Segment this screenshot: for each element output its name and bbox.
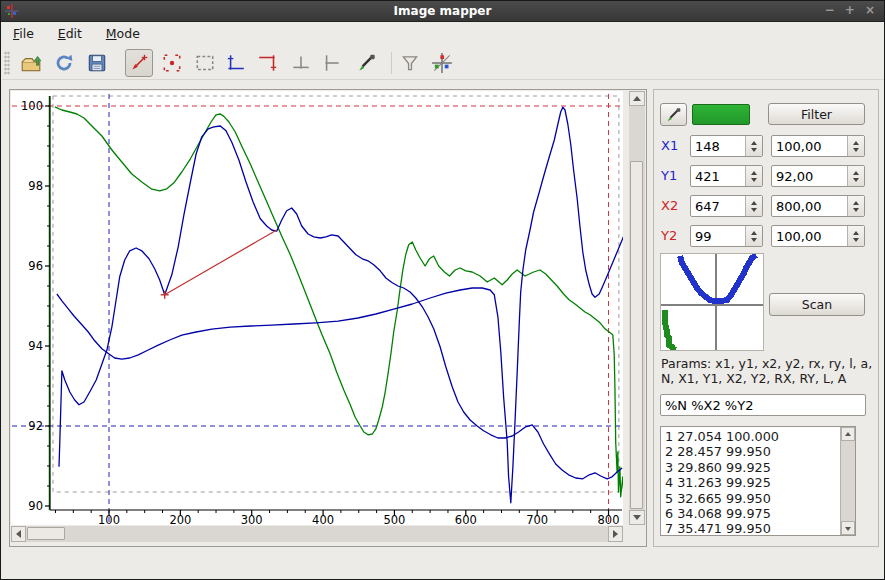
color-picker-icon	[356, 52, 378, 74]
y2-label: Y2	[661, 228, 685, 243]
x1-pixel-spinbox[interactable]	[690, 135, 763, 157]
list-item[interactable]: 5 32.665 99.950	[665, 491, 838, 506]
close-button[interactable]: ×	[862, 3, 878, 17]
y1-pixel-spin-arrows[interactable]	[745, 166, 762, 186]
x1-pixel-spin-arrows[interactable]	[745, 136, 762, 156]
axes-gray-bottom-button[interactable]	[287, 49, 315, 77]
svg-text:100: 100	[98, 513, 120, 525]
x1-label: X1	[661, 138, 685, 153]
control-panel: Filter X1 Y1 X2 Y2	[653, 89, 879, 547]
y2-value-input[interactable]	[776, 227, 844, 245]
maximize-button[interactable]: +	[842, 3, 858, 17]
list-item[interactable]: 4 31.263 99.925	[665, 475, 838, 490]
list-item[interactable]: 2 28.457 99.950	[665, 444, 838, 459]
save-button[interactable]	[83, 49, 111, 77]
x1-value-spin-arrows[interactable]	[847, 136, 864, 156]
vertical-scroll-thumb[interactable]	[630, 161, 643, 509]
pick-color-button[interactable]	[660, 103, 687, 126]
axes-blue-button[interactable]	[221, 49, 249, 77]
x2-label: X2	[661, 198, 685, 213]
x2-value-input[interactable]	[776, 197, 844, 215]
eyedropper-icon	[665, 106, 683, 124]
title-bar: Image mapper − + ×	[1, 1, 884, 22]
plot-horizontal-scrollbar[interactable]	[11, 526, 623, 542]
scroll-up-button[interactable]	[629, 91, 645, 106]
svg-text:600: 600	[455, 513, 477, 525]
preview-blue-curve	[680, 255, 756, 301]
horizontal-scroll-thumb[interactable]	[27, 527, 65, 540]
filter-funnel-button[interactable]	[396, 49, 424, 77]
menu-file[interactable]: File	[4, 23, 43, 44]
params-line2: N, X1, Y1, X2, Y2, RX, RY, L, A	[661, 371, 846, 386]
toolbar-drag-handle[interactable]	[4, 51, 10, 75]
axes-red-icon	[257, 52, 279, 74]
pointer-tool-icon	[128, 52, 150, 74]
red-measure-line	[165, 230, 277, 295]
y1-pixel-spinbox[interactable]	[690, 165, 763, 187]
x2-pixel-input[interactable]	[695, 197, 742, 215]
x2-pixel-spin-arrows[interactable]	[745, 196, 762, 216]
toolbar	[2, 45, 884, 80]
x2-value-spin-arrows[interactable]	[847, 196, 864, 216]
refresh-icon	[53, 52, 75, 74]
list-item[interactable]: 6 34.068 99.975	[665, 506, 838, 521]
scanned-points-list[interactable]: 1 27.054 100.0002 28.457 99.9503 29.860 …	[660, 426, 856, 536]
axes-gray-left-button[interactable]	[317, 49, 345, 77]
target-capture-button[interactable]	[158, 49, 186, 77]
svg-text:94: 94	[28, 339, 43, 353]
scroll-down-button[interactable]	[629, 510, 645, 525]
y2-value-spinbox[interactable]	[771, 225, 865, 247]
svg-text:98: 98	[28, 179, 43, 193]
pointer-tool-button[interactable]	[125, 49, 153, 77]
list-scrollbar[interactable]	[840, 427, 855, 535]
preview-green-curve	[665, 310, 676, 350]
x1-value-spinbox[interactable]	[771, 135, 865, 157]
svg-text:92: 92	[28, 419, 43, 433]
x2-pixel-spinbox[interactable]	[690, 195, 763, 217]
plot-vertical-scrollbar[interactable]	[629, 91, 645, 525]
list-scroll-up-button[interactable]	[841, 427, 855, 441]
selection-rect-button[interactable]	[191, 49, 219, 77]
y2-pixel-spinbox[interactable]	[690, 225, 763, 247]
menu-bar: File Edit Mode	[2, 23, 884, 45]
axes-red-button[interactable]	[254, 49, 282, 77]
current-color-swatch[interactable]	[692, 104, 750, 125]
svg-text:500: 500	[383, 513, 405, 525]
svg-text:100: 100	[21, 99, 43, 113]
y1-value-input[interactable]	[776, 167, 844, 185]
auto-points-button[interactable]	[428, 49, 456, 77]
menu-edit[interactable]: Edit	[49, 23, 91, 44]
scroll-left-button[interactable]	[11, 526, 26, 542]
magnifier-preview	[660, 253, 764, 351]
menu-mode[interactable]: Mode	[97, 23, 149, 44]
y2-value-spin-arrows[interactable]	[847, 226, 864, 246]
list-item[interactable]: 7 35.471 99.950	[665, 521, 838, 536]
x1-value-input[interactable]	[776, 137, 844, 155]
svg-text:200: 200	[169, 513, 191, 525]
list-item[interactable]: 3 29.860 99.925	[665, 460, 838, 475]
x2-value-spinbox[interactable]	[771, 195, 865, 217]
filter-button[interactable]: Filter	[768, 103, 865, 125]
params-line1: Params: x1, y1, x2, y2, rx, ry, l, a,	[661, 356, 872, 371]
refresh-button[interactable]	[50, 49, 78, 77]
app-window: Image mapper − + × File Edit Mode	[0, 0, 885, 580]
window-title: Image mapper	[1, 4, 884, 18]
plot-canvas[interactable]: 1002003004005006007008001009896949290	[11, 91, 623, 525]
list-scroll-down-button[interactable]	[841, 521, 855, 535]
y1-value-spin-arrows[interactable]	[847, 166, 864, 186]
scan-button[interactable]: Scan	[769, 293, 865, 316]
svg-text:700: 700	[526, 513, 548, 525]
y1-pixel-input[interactable]	[695, 167, 742, 185]
output-format-input[interactable]	[660, 394, 866, 416]
color-picker-button[interactable]	[353, 49, 381, 77]
scroll-right-button[interactable]	[608, 526, 623, 542]
list-item[interactable]: 1 27.054 100.000	[665, 429, 838, 444]
y2-pixel-spin-arrows[interactable]	[745, 226, 762, 246]
plot-frame: 1002003004005006007008001009896949290	[9, 89, 647, 547]
y2-pixel-input[interactable]	[695, 227, 742, 245]
y1-value-spinbox[interactable]	[771, 165, 865, 187]
x1-pixel-input[interactable]	[695, 137, 742, 155]
green-curve	[55, 107, 623, 500]
open-button[interactable]	[17, 49, 45, 77]
minimize-button[interactable]: −	[822, 3, 838, 17]
